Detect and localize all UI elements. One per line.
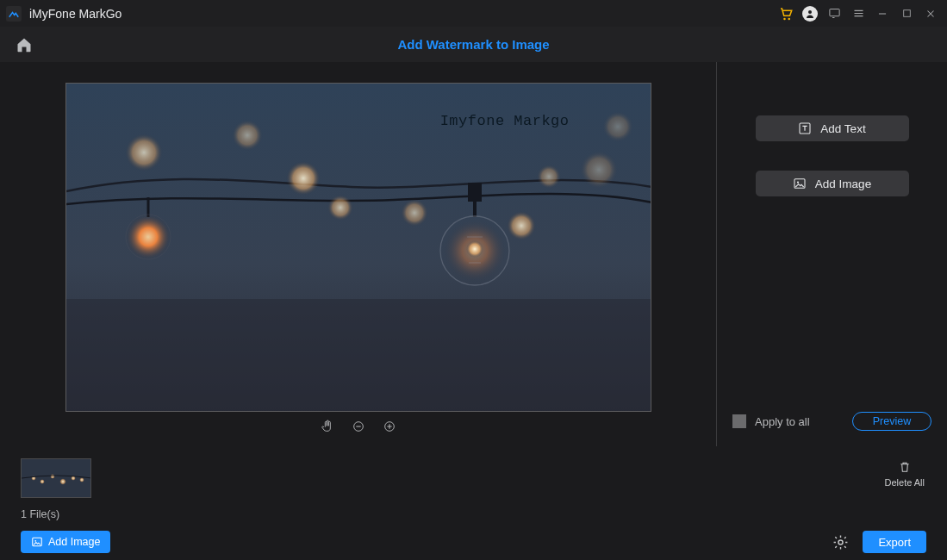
export-button[interactable]: Export [863,531,926,553]
thumbnail-item[interactable] [21,458,91,498]
trash-icon [898,460,912,474]
maximize-icon[interactable] [895,3,918,25]
add-image-button[interactable]: Add Image [21,531,110,553]
svg-point-9 [286,161,321,196]
settings-button[interactable] [830,532,850,552]
zoom-controls [0,419,716,434]
text-icon [798,121,812,135]
main-area: Imyfone Markgo Add Text Add Image Apply [0,62,947,446]
svg-rect-19 [468,183,482,202]
titlebar: iMyFone MarkGo [0,0,947,27]
gear-icon [832,534,849,551]
svg-point-15 [602,111,633,142]
svg-point-2 [788,17,790,20]
user-icon[interactable] [799,3,821,25]
minimize-icon[interactable] [871,3,894,25]
panel-bottom-row: Apply to all Preview [717,412,947,431]
app-logo [5,5,22,22]
svg-point-32 [40,479,45,484]
bottom-bar: Add Image Export [0,524,947,560]
header: Add Watermark to Image [0,27,947,62]
canvas-area: Imyfone Markgo [0,62,716,446]
svg-point-38 [34,540,36,542]
svg-point-29 [797,182,799,184]
watermark-text[interactable]: Imyfone Markgo [440,113,570,129]
add-text-button[interactable]: Add Text [756,115,909,141]
svg-point-11 [401,199,428,227]
svg-point-10 [327,195,353,221]
add-image-watermark-button[interactable]: Add Image [756,171,909,196]
export-label: Export [878,536,911,549]
svg-point-36 [79,477,84,482]
image-preview[interactable]: Imyfone Markgo [65,83,651,412]
zoom-in-button[interactable] [382,419,397,434]
delete-all-button[interactable]: Delete All [885,460,925,488]
file-count-label: 1 File(s) [21,508,59,520]
picture-icon [31,536,43,548]
add-image-label: Add Image [815,177,871,190]
right-panel: Add Text Add Image Apply to all Preview [716,62,947,446]
close-icon[interactable] [919,3,942,25]
cart-icon[interactable] [775,3,797,25]
delete-all-label: Delete All [885,477,925,488]
picture-icon [793,177,807,190]
svg-point-3 [808,10,812,14]
svg-point-12 [507,211,536,240]
svg-point-13 [537,165,561,189]
thumbnail-strip: 1 File(s) Delete All [0,446,947,524]
svg-rect-24 [66,299,651,412]
zoom-out-button[interactable] [351,419,366,434]
home-button[interactable] [12,33,36,57]
svg-point-7 [125,134,163,171]
svg-rect-5 [903,10,910,17]
svg-point-14 [580,151,618,189]
add-image-bottom-label: Add Image [48,536,100,548]
svg-rect-4 [829,9,838,16]
pan-tool[interactable] [320,419,335,434]
apply-to-all-checkbox[interactable] [732,414,746,428]
svg-point-33 [50,474,55,479]
svg-point-39 [838,539,843,544]
apply-to-all-label: Apply to all [755,415,810,428]
page-title: Add Watermark to Image [36,37,911,52]
menu-icon[interactable] [847,3,869,25]
add-text-label: Add Text [820,122,865,135]
svg-point-34 [59,478,66,485]
svg-point-1 [783,17,786,20]
svg-point-8 [232,120,263,151]
app-title: iMyFone MarkGo [29,7,121,21]
svg-point-23 [466,240,483,258]
preview-button[interactable]: Preview [852,412,931,431]
feedback-icon[interactable] [823,3,845,25]
